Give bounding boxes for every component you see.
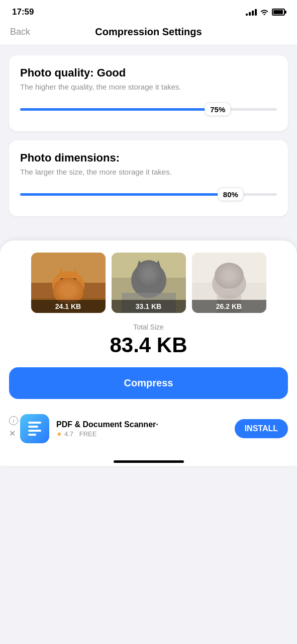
ad-rating-value: 4.7 (64, 430, 73, 438)
ad-app-icon (20, 414, 49, 443)
status-time: 17:59 (12, 7, 34, 17)
photo-item-1: 24.1 KB (31, 253, 106, 313)
svg-point-16 (145, 283, 152, 288)
page-title: Compression Settings (95, 26, 202, 38)
photo-size-1: 24.1 KB (31, 300, 106, 313)
slider-fill (20, 108, 213, 111)
svg-point-13 (151, 273, 158, 282)
ad-rating: ★ 4.7 FREE (56, 430, 228, 438)
photo-size-2: 33.1 KB (112, 300, 186, 313)
svg-point-12 (139, 273, 146, 282)
photo-quality-title: Photo quality: Good (20, 66, 277, 79)
total-size-label: Total Size (9, 323, 288, 331)
nav-bar: Back Compression Settings (0, 21, 297, 45)
back-button[interactable]: Back (10, 27, 30, 37)
main-content: Photo quality: Good The higher the quali… (0, 45, 297, 235)
photo-quality-subtitle: The higher the quality, the more storage… (20, 83, 277, 91)
photo-dimensions-title: Photo dimensions: (20, 151, 277, 165)
status-icons (246, 8, 285, 17)
svg-rect-19 (192, 253, 266, 283)
photo-item-3: 26.2 KB (192, 253, 266, 313)
svg-rect-10 (112, 253, 186, 278)
home-bar (114, 460, 184, 463)
svg-point-25 (226, 286, 232, 290)
svg-point-7 (65, 287, 71, 291)
photo-dimensions-slider[interactable]: 80% (20, 185, 277, 203)
photo-quality-card: Photo quality: Good The higher the quali… (9, 55, 288, 131)
slider-thumb-2: 80% (218, 188, 244, 201)
total-size-value: 83.4 KB (9, 333, 288, 357)
photo-size-3: 26.2 KB (192, 300, 266, 313)
svg-point-3 (60, 278, 65, 285)
ad-line-4 (28, 434, 36, 436)
photo-dimensions-subtitle: The larger the size, the more storage it… (20, 168, 277, 176)
ad-info-icon: i (9, 416, 18, 425)
photo-item-2: 33.1 KB (112, 253, 186, 313)
slider-label: 75% (205, 103, 231, 116)
wifi-icon (260, 8, 269, 17)
bottom-section: 24.1 KB 33.1 KB (0, 240, 297, 466)
total-size-section: Total Size 83.4 KB (9, 323, 288, 357)
svg-point-5 (61, 280, 63, 284)
svg-point-11 (131, 263, 166, 298)
home-indicator (9, 455, 288, 466)
ad-close-icon[interactable]: ✕ (9, 429, 16, 438)
photo-dimensions-card: Photo dimensions: The larger the size, t… (9, 140, 288, 216)
photos-row: 24.1 KB 33.1 KB (9, 253, 288, 313)
signal-icon (246, 9, 257, 16)
svg-point-4 (72, 278, 77, 285)
install-button[interactable]: INSTALL (235, 419, 288, 438)
slider-fill-2 (20, 193, 226, 196)
battery-icon (272, 9, 285, 16)
ad-line-1 (28, 422, 41, 424)
ad-title: PDF & Document Scanner· (56, 420, 228, 429)
ad-line-3 (28, 430, 41, 432)
ad-icon-lines (28, 422, 41, 436)
svg-point-21 (220, 277, 226, 285)
ad-line-2 (28, 426, 38, 428)
svg-point-22 (232, 277, 238, 285)
ad-price: FREE (79, 430, 97, 438)
svg-point-20 (212, 269, 246, 299)
svg-point-2 (52, 271, 84, 299)
star-icon: ★ (56, 430, 62, 438)
status-bar: 17:59 (0, 0, 297, 21)
slider-label-2: 80% (218, 188, 244, 201)
svg-point-14 (141, 275, 144, 281)
svg-point-23 (222, 278, 224, 283)
ad-info: PDF & Document Scanner· ★ 4.7 FREE (56, 420, 228, 438)
ad-banner: i ✕ PDF & Document Scanner· ★ 4.7 FREE I… (9, 407, 288, 455)
slider-thumb: 75% (205, 103, 231, 116)
slider-track (20, 108, 277, 111)
photo-quality-slider[interactable]: 75% (20, 100, 277, 118)
svg-point-6 (73, 280, 75, 284)
compress-button[interactable]: Compress (9, 367, 288, 399)
svg-point-24 (234, 278, 236, 283)
svg-point-15 (153, 275, 156, 281)
